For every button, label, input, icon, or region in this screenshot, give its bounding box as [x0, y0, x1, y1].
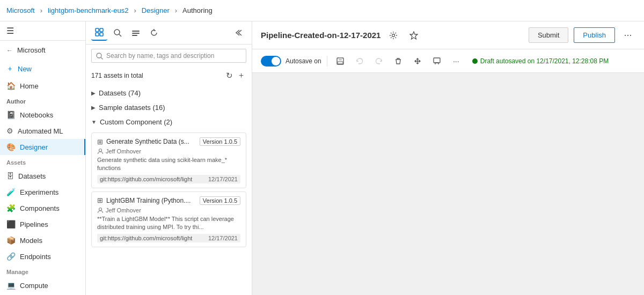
publish-button[interactable]: Publish	[574, 27, 615, 43]
component-grid-icon-1: ⊞	[97, 138, 103, 146]
link-date-2: 12/17/2021	[208, 235, 238, 241]
custom-component-category-name: Custom Component (2)	[100, 118, 172, 126]
pipelines-icon: ⬛	[6, 220, 16, 228]
home-label: Home	[20, 82, 39, 90]
component-desc-2: **Train a LightGBM Model** This script c…	[97, 215, 240, 232]
pan-icon[interactable]	[410, 54, 425, 69]
more-options-icon[interactable]: ···	[620, 28, 635, 43]
endpoints-icon: 🔗	[6, 252, 16, 261]
autosave-toggle-switch[interactable]	[261, 56, 281, 67]
sidebar-item-home[interactable]: 🏠 Home	[0, 78, 85, 94]
home-icon: 🏠	[6, 82, 16, 90]
comment-icon[interactable]	[429, 54, 444, 69]
search-input[interactable]	[106, 52, 241, 60]
component-card-lightgbm[interactable]: ⊞ LightGBM Training (Python.... Version …	[91, 191, 246, 247]
left-sidebar: ☰ ← Microsoft ＋ New 🏠 Home Author 📓 Note…	[0, 21, 86, 295]
new-label: New	[18, 65, 32, 73]
sidebar-item-experiments[interactable]: 🧪 Experiments	[0, 184, 85, 200]
breadcrumb-authoring: Authoring	[182, 6, 213, 14]
category-sample-datasets[interactable]: ▶ Sample datasets (16)	[86, 100, 252, 115]
autosave-toggle[interactable]: Autosave on	[261, 56, 321, 67]
sidebar-item-datasets[interactable]: 🗄 Datasets	[0, 168, 85, 184]
component-header-2: ⊞ LightGBM Training (Python.... Version …	[97, 196, 240, 205]
custom-component-expand-arrow: ▼	[91, 119, 97, 125]
more-toolbar-icon[interactable]: ···	[449, 54, 464, 69]
component-name-2: LightGBM Training (Python....	[106, 197, 196, 204]
new-button[interactable]: ＋ New	[0, 60, 85, 78]
assets-panel-icon[interactable]	[91, 25, 107, 41]
sidebar-item-compute[interactable]: 💻 Compute	[0, 277, 85, 293]
component-header-1: ⊞ Generate Synthetic Data (s... Version …	[97, 137, 240, 146]
canvas-toolbar: Autosave on	[252, 49, 644, 73]
search-box[interactable]	[91, 49, 246, 63]
undo-icon[interactable]	[352, 54, 367, 69]
save-icon[interactable]	[333, 54, 348, 69]
sidebar-item-components[interactable]: 🧩 Components	[0, 200, 85, 216]
link-text-2: git:https://github.com/microsoft/light	[100, 235, 204, 241]
canvas-body[interactable]	[252, 73, 644, 295]
refresh-assets-icon[interactable]: ↻	[225, 70, 234, 82]
author-name-2: Jeff Omhover	[106, 207, 141, 213]
automated-ml-icon: ⚙	[6, 127, 13, 135]
designer-label: Designer	[20, 143, 48, 151]
svg-rect-7	[132, 33, 140, 34]
notebooks-label: Notebooks	[20, 111, 53, 119]
sidebar-item-notebooks[interactable]: 📓 Notebooks	[0, 107, 85, 123]
assets-count-label: 171 assets in total	[91, 72, 143, 79]
experiments-label: Experiments	[20, 188, 58, 196]
assets-count-row: 171 assets in total ↻ ＋	[86, 67, 252, 86]
hamburger-icon[interactable]: ☰	[6, 26, 14, 36]
datasets-category-name: Datasets (74)	[99, 89, 141, 97]
breadcrumb-designer[interactable]: Designer	[142, 6, 170, 14]
component-author-2: Jeff Omhover	[97, 207, 240, 213]
component-card-generate-synthetic[interactable]: ⊞ Generate Synthetic Data (s... Version …	[91, 132, 246, 188]
sidebar-item-models[interactable]: 📦 Models	[0, 232, 85, 248]
sidebar-item-endpoints[interactable]: 🔗 Endpoints	[0, 248, 85, 264]
author-icon-2	[97, 207, 104, 213]
sidebar-item-designer[interactable]: 🎨 Designer	[0, 139, 85, 155]
component-author-1: Jeff Omhover	[97, 148, 240, 154]
sidebar-item-pipelines[interactable]: ⬛ Pipelines	[0, 216, 85, 232]
breadcrumb-microsoft[interactable]: Microsoft	[6, 6, 35, 14]
endpoints-label: Endpoints	[20, 253, 51, 261]
canvas-header: Pipeline-Created-on-12-17-2021 Submit Pu…	[252, 21, 644, 49]
datasets-icon: 🗄	[6, 172, 14, 180]
search-panel-icon[interactable]	[109, 25, 126, 41]
component-link-2: git:https://github.com/microsoft/light 1…	[97, 234, 240, 242]
compute-icon: 💻	[6, 281, 16, 290]
component-grid-icon-2: ⊞	[97, 196, 103, 204]
redo-icon[interactable]	[371, 54, 386, 69]
svg-line-5	[119, 34, 121, 36]
svg-rect-3	[100, 33, 103, 36]
submit-button[interactable]: Submit	[529, 27, 568, 43]
sample-datasets-collapse-arrow: ▶	[91, 105, 96, 110]
settings-icon[interactable]	[386, 28, 401, 43]
svg-rect-0	[96, 28, 99, 32]
breadcrumb-sep-2: ›	[134, 6, 136, 14]
breadcrumb-sep-1: ›	[40, 6, 42, 14]
component-version-2: Version 1.0.5	[200, 196, 240, 205]
delete-icon[interactable]	[391, 54, 406, 69]
refresh-panel-icon[interactable]	[146, 25, 162, 41]
svg-point-9	[97, 53, 101, 58]
breadcrumb-workspace[interactable]: lightgbm-benchmark-eus2	[48, 6, 128, 14]
link-text-1: git:https://github.com/microsoft/light	[100, 176, 204, 182]
category-custom-component[interactable]: ▼ Custom Component (2)	[86, 115, 252, 129]
sidebar-item-automated-ml[interactable]: ⚙ Automated ML	[0, 123, 85, 139]
link-date-1: 12/17/2021	[208, 176, 238, 182]
components-panel-icon[interactable]	[128, 25, 144, 41]
category-datasets[interactable]: ▶ Datasets (74)	[86, 86, 252, 100]
collapse-panel-icon[interactable]	[230, 25, 246, 41]
author-icon-1	[97, 148, 104, 154]
favorite-icon[interactable]	[406, 28, 421, 43]
sidebar-back-microsoft[interactable]: ← Microsoft	[0, 41, 85, 60]
add-asset-icon[interactable]: ＋	[236, 69, 246, 82]
top-bar: Microsoft › lightgbm-benchmark-eus2 › De…	[0, 0, 644, 21]
models-label: Models	[20, 237, 42, 245]
automated-ml-label: Automated ML	[18, 127, 63, 135]
back-arrow-icon: ←	[6, 47, 13, 54]
canvas-area: Pipeline-Created-on-12-17-2021 Submit Pu…	[252, 21, 644, 295]
svg-rect-18	[434, 58, 440, 63]
manage-section-label: Manage	[0, 264, 85, 277]
search-icon	[96, 53, 103, 60]
